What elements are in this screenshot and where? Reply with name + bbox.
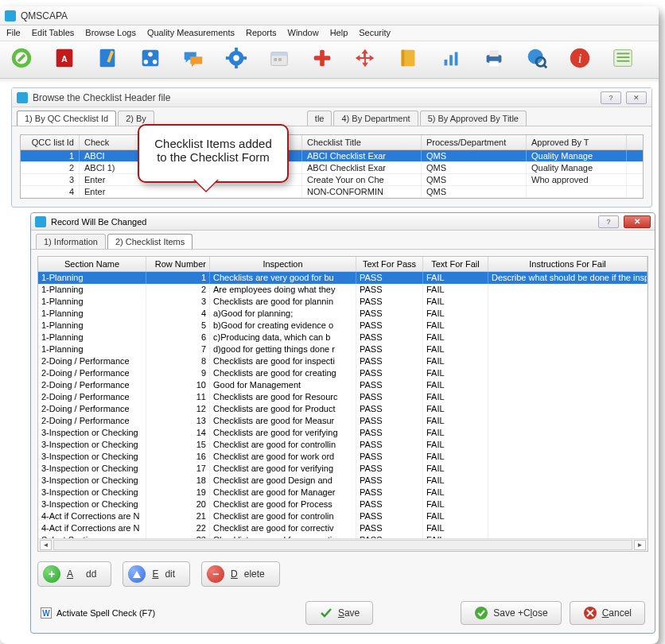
toolbar-globe-search-icon[interactable]	[523, 45, 550, 72]
save-button[interactable]: Save	[305, 601, 373, 625]
toolbar-info-icon[interactable]: i	[566, 45, 593, 72]
svg-rect-13	[235, 48, 238, 52]
col-process[interactable]: Process/Department	[422, 135, 527, 149]
items-grid[interactable]: Section Name Row Number Inspection Text …	[37, 256, 648, 552]
tab-checklist-items[interactable]: 2) Checklist Items	[107, 234, 192, 249]
menu-file[interactable]: File	[6, 28, 21, 37]
tab-by-department[interactable]: 4) By Department	[333, 111, 418, 126]
svg-rect-20	[278, 58, 282, 61]
toolbar-chat-icon[interactable]	[180, 45, 207, 72]
edit-button[interactable]: Edit	[122, 561, 190, 587]
svg-rect-14	[235, 64, 238, 69]
list-item[interactable]: 3-Inspection or Checking20Checklist are …	[38, 499, 648, 510]
list-item[interactable]: 2-Doing / Performance11Checklists are go…	[38, 391, 648, 403]
callout-annotation: Checklist Items added to the Checklist F…	[138, 124, 289, 183]
menu-edit-tables[interactable]: Edit Tables	[32, 28, 75, 37]
col-text-fail[interactable]: Text For Fail	[423, 257, 488, 271]
toolbar-pdf-icon[interactable]: A	[51, 45, 78, 72]
list-item[interactable]: 3-Inspection or Checking19Checklist are …	[38, 487, 648, 499]
toolbar-calendar-icon[interactable]	[266, 45, 293, 72]
list-item[interactable]: 2-Doing / Performance13Checklists are go…	[38, 415, 648, 427]
svg-rect-15	[226, 56, 231, 60]
col-row-number[interactable]: Row Number	[146, 257, 210, 271]
toolbar: A i	[0, 41, 659, 79]
table-row[interactable]: 4EnterNON-CONFORMINQMS	[21, 186, 643, 198]
table-row[interactable]: 1ABCIABCI Checklist ExarQMSQuality Manag…	[21, 150, 643, 162]
list-item[interactable]: 1-Planning4a)Good for planning;PASSFAIL	[38, 308, 648, 320]
help-button[interactable]: ?	[601, 91, 621, 104]
tab-by-checklist-id[interactable]: 1) By QC Checklist Id	[17, 111, 116, 126]
edit-label: dit	[165, 568, 175, 580]
spellcheck-label: Activate Spell Check (F7)	[56, 608, 155, 618]
toolbar-print-icon[interactable]	[480, 45, 508, 72]
toolbar-list-icon[interactable]	[609, 45, 636, 72]
list-item[interactable]: 3-Inspection or Checking18Checklist are …	[38, 475, 648, 487]
list-item[interactable]: 3-Inspection or Checking17Checklist are …	[38, 463, 648, 475]
svg-rect-25	[445, 60, 448, 66]
table-row[interactable]: 3EnterCreate Your on CheQMSWho approved	[21, 174, 643, 186]
menu-reports[interactable]: Reports	[246, 28, 277, 37]
col-text-pass[interactable]: Text For Pass	[356, 257, 423, 271]
dialog-help-button[interactable]: ?	[598, 215, 619, 228]
minus-icon: −	[207, 565, 224, 583]
list-item[interactable]: 2-Doing / Performance9Checklists are goo…	[38, 367, 648, 379]
browse-grid[interactable]: QCC list Id Check Checklist Title Proces…	[20, 134, 644, 199]
list-item[interactable]: 3-Inspection or Checking16Checklist are …	[38, 451, 648, 463]
col-inspection[interactable]: Inspection	[210, 257, 356, 271]
toolbar-note-icon[interactable]	[94, 45, 121, 72]
spellcheck-checkbox[interactable]: W	[41, 607, 52, 619]
delete-label: elete	[244, 568, 265, 580]
toolbar-chart-icon[interactable]	[438, 45, 465, 72]
cancel-button[interactable]: Cancel	[570, 601, 645, 625]
toolbar-validate-icon[interactable]	[8, 45, 35, 72]
menu-window[interactable]: Window	[288, 28, 319, 37]
list-item[interactable]: 1-Planning2Are employees doing what they…	[38, 284, 648, 296]
list-item[interactable]: 3-Inspection or Checking15Checklist are …	[38, 439, 648, 451]
col-qcc-id[interactable]: QCC list Id	[21, 135, 80, 149]
menu-quality-measurements[interactable]: Quality Measurements	[147, 28, 235, 37]
list-item[interactable]: 2-Doing / Performance12Checklists are go…	[38, 403, 648, 415]
tab-by-3[interactable]: tle	[307, 111, 332, 126]
scroll-right-icon[interactable]: ►	[634, 540, 646, 550]
list-item[interactable]: 1-Planning1Checklists are very good for …	[38, 272, 648, 284]
delete-button[interactable]: −Delete	[201, 561, 280, 587]
list-item[interactable]: 4-Act if Corrections are N22Checklist ar…	[38, 522, 648, 534]
list-item[interactable]: 2-Doing / Performance10Good for Manageme…	[38, 379, 648, 391]
edit-icon	[128, 565, 146, 583]
horizontal-scrollbar[interactable]: ◄ ►	[38, 538, 648, 551]
menu-browse-logs[interactable]: Browse Logs	[85, 28, 136, 37]
tab-by-approved-by[interactable]: 5) By Approved By Title	[420, 111, 527, 126]
dialog-close-button[interactable]: ✕	[624, 215, 651, 228]
list-item[interactable]: 1-Planning5b)Good for creating evidence …	[38, 320, 648, 332]
col-section-name[interactable]: Section Name	[38, 257, 146, 271]
svg-text:A: A	[61, 55, 68, 64]
ok-icon	[474, 606, 488, 620]
scroll-left-icon[interactable]: ◄	[40, 540, 52, 550]
plus-icon: +	[43, 565, 60, 583]
scroll-track[interactable]	[53, 540, 632, 550]
save-close-button[interactable]: Save +Close	[461, 601, 561, 625]
col-instructions-fail[interactable]: Instructions For Fail	[488, 257, 648, 271]
svg-point-10	[153, 60, 158, 64]
table-row[interactable]: 2ABCI 1)ABCI Checklist ExarQMSQuality Ma…	[21, 162, 643, 174]
menu-help[interactable]: Help	[330, 28, 348, 37]
list-item[interactable]: 1-Planning6c)Producing data, which can b…	[38, 332, 648, 343]
toolbar-gear-icon[interactable]	[223, 45, 250, 72]
col-checklist-title[interactable]: Checklist Title	[302, 135, 422, 149]
col-approved-by[interactable]: Approved By T	[527, 135, 627, 149]
toolbar-add-icon[interactable]	[309, 45, 336, 72]
dialog-title: Record Will Be Changed	[51, 217, 146, 227]
list-item[interactable]: 3-Inspection or Checking14Checklists are…	[38, 427, 648, 439]
close-button[interactable]: ✕	[626, 91, 647, 104]
add-button[interactable]: +Add	[37, 561, 111, 587]
list-item[interactable]: 4-Act if Corrections are N21Checklist ar…	[38, 510, 648, 522]
menu-security[interactable]: Security	[359, 28, 391, 37]
app-title: QMSCAPA	[21, 10, 68, 21]
toolbar-book-icon[interactable]	[395, 45, 422, 72]
toolbar-org-icon[interactable]	[137, 45, 164, 72]
list-item[interactable]: 2-Doing / Performance8Checklists are goo…	[38, 355, 648, 367]
list-item[interactable]: 1-Planning7d)good for getting things don…	[38, 343, 648, 355]
tab-information[interactable]: 1) Information	[36, 234, 106, 249]
list-item[interactable]: 1-Planning3Checklists are good for plann…	[38, 296, 648, 308]
toolbar-move-icon[interactable]	[352, 45, 379, 72]
